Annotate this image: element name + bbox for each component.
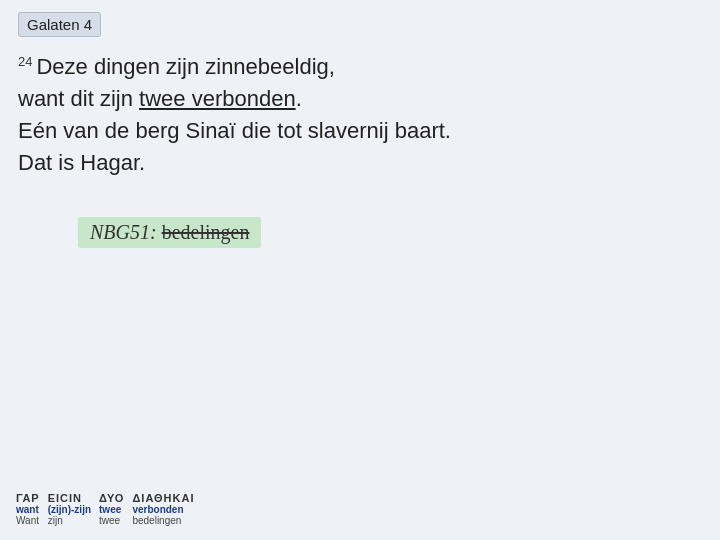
verse-text-2b-underlined: twee verbonden (139, 86, 296, 111)
nbg-label: NBG51: (90, 221, 157, 243)
verse-text-1: Deze dingen zijn zinnebeeldig, (36, 54, 334, 79)
nbg-word: bedelingen (162, 221, 250, 243)
greek-table: ΓΑΡ ΕICIN ΔΥΟ ΔΙΑΘΗΚΑΙ want (zijn)-zijn … (16, 492, 202, 526)
verse-text-3: Eén van de berg Sinaï die tot slavernij … (18, 118, 451, 143)
alt-word-3: twee (99, 515, 132, 526)
title-bar: Galaten 4 (18, 12, 101, 37)
page: Galaten 4 24Deze dingen zijn zinnebeeldi… (0, 0, 720, 540)
dutch-word-3: twee (99, 504, 132, 515)
dutch-word-4: verbonden (132, 504, 202, 515)
dutch-word-2: (zijn)-zijn (48, 504, 99, 515)
greek-row-dutch: want (zijn)-zijn twee verbonden (16, 504, 202, 515)
alt-word-1: Want (16, 515, 48, 526)
greek-section: ΓΑΡ ΕICIN ΔΥΟ ΔΙΑΘΗΚΑΙ want (zijn)-zijn … (16, 492, 202, 526)
verse-text-2c: . (296, 86, 302, 111)
verse-line-2: want dit zijn twee verbonden. (18, 83, 702, 115)
verse-line-3: Eén van de berg Sinaï die tot slavernij … (18, 115, 702, 147)
greek-word-3: ΔΥΟ (99, 492, 132, 504)
alt-word-2: zijn (48, 515, 99, 526)
nbg-box: NBG51: bedelingen (78, 217, 261, 248)
verse-text-4: Dat is Hagar. (18, 150, 145, 175)
verse-block: 24Deze dingen zijn zinnebeeldig, want di… (18, 51, 702, 179)
dutch-word-1: want (16, 504, 48, 515)
verse-line-4: Dat is Hagar. (18, 147, 702, 179)
alt-word-4: bedelingen (132, 515, 202, 526)
verse-line-1: 24Deze dingen zijn zinnebeeldig, (18, 51, 702, 83)
book-title: Galaten 4 (27, 16, 92, 33)
greek-word-4: ΔΙΑΘΗΚΑΙ (132, 492, 202, 504)
greek-row-greek: ΓΑΡ ΕICIN ΔΥΟ ΔΙΑΘΗΚΑΙ (16, 492, 202, 504)
greek-row-alt: Want zijn twee bedelingen (16, 515, 202, 526)
nbg-text: NBG51: bedelingen (90, 221, 249, 243)
verse-number: 24 (18, 54, 32, 69)
greek-word-2: ΕICIN (48, 492, 99, 504)
greek-word-1: ΓΑΡ (16, 492, 48, 504)
verse-text-2a: want dit zijn (18, 86, 139, 111)
